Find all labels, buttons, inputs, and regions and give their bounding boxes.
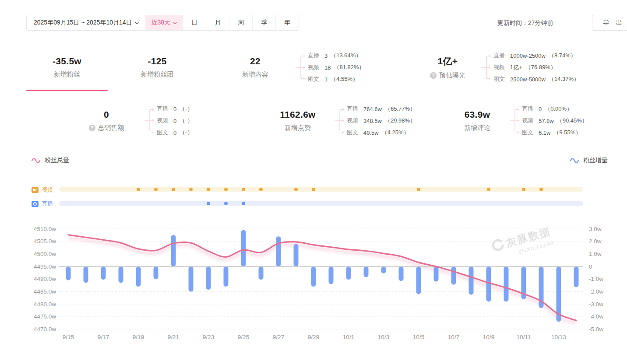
breakdown-connector bbox=[295, 52, 306, 83]
fans-delta-bar[interactable] bbox=[486, 266, 491, 301]
video-marker-dot[interactable] bbox=[224, 188, 228, 191]
x-axis-tick: 10/13 bbox=[551, 334, 566, 340]
fans-delta-bar[interactable] bbox=[224, 266, 229, 287]
stat-card-new-comments[interactable]: 63.9w 新增评论 直播0（0.00%） 视频57.8w（90.45%） 图文… bbox=[447, 101, 588, 141]
tab-month[interactable]: 月 bbox=[206, 15, 229, 30]
legend-fans-total[interactable]: 粉丝总量 bbox=[32, 157, 69, 164]
x-axis-tick: 9/27 bbox=[273, 334, 284, 340]
fans-delta-bar[interactable] bbox=[136, 266, 141, 287]
video-marker-dot[interactable] bbox=[259, 188, 263, 191]
fans-delta-bar[interactable] bbox=[276, 236, 281, 266]
live-marker-dot[interactable] bbox=[242, 202, 245, 205]
timeline-live-track[interactable] bbox=[59, 201, 583, 206]
breakdown-connector bbox=[144, 105, 155, 136]
stat-card-total-sales[interactable]: 0 ? 总销售额 直播0（-） 视频0（-） 图文0（-） bbox=[70, 101, 193, 141]
fans-delta-bar[interactable] bbox=[84, 266, 88, 283]
video-marker-dot[interactable] bbox=[137, 188, 140, 191]
fans-delta-bar[interactable] bbox=[469, 266, 474, 295]
video-marker-dot[interactable] bbox=[487, 188, 490, 191]
help-icon[interactable]: ? bbox=[89, 125, 95, 131]
fans-trend-chart[interactable]: 灰豚数据 ZNXtn7azAd 4510.0w3.0w4505.0w2.0w45… bbox=[0, 220, 627, 356]
fans-delta-bar[interactable] bbox=[189, 266, 194, 291]
fans-delta-bar[interactable] bbox=[311, 266, 316, 287]
video-marker-dot[interactable] bbox=[207, 188, 210, 191]
fans-delta-bar[interactable] bbox=[329, 266, 334, 284]
export-button[interactable]: 导 出 bbox=[592, 15, 627, 31]
right-axis-tick: -5.0w bbox=[589, 326, 603, 332]
x-axis-tick: 9/17 bbox=[98, 334, 109, 340]
stat-card-new-fans[interactable]: -35.5w 新增粉丝 bbox=[26, 44, 108, 91]
fans-delta-bar[interactable] bbox=[346, 266, 351, 280]
video-marker-dot[interactable] bbox=[417, 188, 420, 191]
x-axis-tick: 9/21 bbox=[168, 334, 179, 340]
video-marker-dot[interactable] bbox=[522, 188, 525, 191]
left-axis-tick: 4510.0w bbox=[34, 226, 56, 232]
x-axis-tick: 9/15 bbox=[63, 334, 74, 340]
breakdown-row: 视频0（-） bbox=[157, 117, 193, 125]
fans-delta-bar[interactable] bbox=[504, 266, 509, 301]
fans-delta-bar[interactable] bbox=[416, 266, 421, 294]
fans-delta-bar[interactable] bbox=[451, 266, 456, 285]
x-axis-tick: 9/19 bbox=[133, 334, 144, 340]
date-range-picker[interactable]: 2025年09月15日 ~ 2025年10月14日 bbox=[27, 15, 145, 30]
breakdown-row: 直播3（13.64%） bbox=[308, 52, 365, 60]
fans-delta-bar[interactable] bbox=[434, 266, 439, 281]
fans-delta-bar[interactable] bbox=[206, 266, 211, 290]
video-marker-dot[interactable] bbox=[242, 188, 245, 191]
fans-delta-bar[interactable] bbox=[119, 266, 123, 283]
chart-canvas[interactable]: 4510.0w3.0w4505.0w2.0w4500.0w1.0w4495.0w… bbox=[0, 220, 627, 356]
help-icon[interactable]: ? bbox=[430, 72, 437, 79]
wave-icon bbox=[570, 158, 580, 164]
stat-label: 总销售额 bbox=[98, 124, 124, 132]
x-axis-tick: 10/9 bbox=[483, 334, 494, 340]
tab-day[interactable]: 日 bbox=[183, 15, 206, 30]
date-range-text: 2025年09月15日 ~ 2025年10月14日 bbox=[34, 19, 132, 27]
legend-fans-delta[interactable]: 粉丝增量 bbox=[570, 157, 608, 164]
left-axis-tick: 4475.0w bbox=[34, 313, 56, 320]
video-marker-dot[interactable] bbox=[539, 188, 543, 191]
video-marker-dot[interactable] bbox=[294, 188, 298, 191]
fans-delta-bar[interactable] bbox=[574, 266, 579, 287]
video-marker-dot[interactable] bbox=[312, 188, 315, 191]
stat-card-estimated-exposure[interactable]: 1亿+ ? 预估曝光 直播1000w-2500w（8.74%） 视频1亿+（76… bbox=[416, 44, 579, 91]
left-axis-tick: 4505.0w bbox=[34, 238, 56, 245]
stat-value: -125 bbox=[148, 56, 166, 66]
fans-delta-bar[interactable] bbox=[259, 266, 264, 280]
tab-year[interactable]: 年 bbox=[275, 15, 299, 30]
fans-delta-bar[interactable] bbox=[101, 266, 106, 280]
stat-value: 0 bbox=[104, 109, 109, 120]
fans-delta-bar[interactable] bbox=[171, 235, 176, 266]
video-marker-dot[interactable] bbox=[172, 188, 175, 191]
quick-range-selector[interactable]: 近30天 bbox=[145, 15, 183, 30]
date-filter-group: 2025年09月15日 ~ 2025年10月14日 近30天 日 月 周 季 年 bbox=[26, 15, 299, 31]
stat-card-new-fanclub[interactable]: -125 新增粉丝团 bbox=[116, 44, 198, 91]
breakdown-row: 图文6.1w（9.55%） bbox=[522, 129, 588, 136]
fans-delta-bar[interactable] bbox=[399, 266, 404, 281]
breakdown-list: 直播0（-） 视频0（-） 图文0（-） bbox=[157, 105, 193, 136]
video-marker-dot[interactable] bbox=[154, 188, 158, 191]
legend-label: 粉丝总量 bbox=[45, 157, 69, 164]
live-marker-dot[interactable] bbox=[207, 202, 210, 205]
fans-delta-bar[interactable] bbox=[364, 266, 369, 277]
video-marker-dot[interactable] bbox=[189, 188, 193, 191]
x-axis-tick: 9/23 bbox=[203, 334, 214, 340]
tab-quarter[interactable]: 季 bbox=[252, 15, 275, 30]
tab-week[interactable]: 周 bbox=[229, 15, 252, 30]
right-axis-tick: -2.0w bbox=[589, 288, 603, 295]
fans-delta-bar[interactable] bbox=[241, 230, 246, 266]
left-axis-tick: 4500.0w bbox=[34, 251, 56, 257]
x-axis-tick: 9/25 bbox=[238, 334, 249, 340]
fans-delta-bar[interactable] bbox=[66, 266, 71, 280]
timeline-video-track[interactable] bbox=[59, 187, 583, 192]
timeline-live-label: 直播 bbox=[32, 200, 53, 208]
stat-card-new-content[interactable]: 22 新增内容 直播3（13.64%） 视频18（81.82%） 图文1（4.5… bbox=[217, 44, 365, 91]
fans-delta-bar[interactable] bbox=[154, 266, 159, 279]
breakdown-list: 直播764.6w（65.77%） 视频348.5w（29.98%） 图文49.5… bbox=[347, 105, 416, 136]
breakdown-list: 直播3（13.64%） 视频18（81.82%） 图文1（4.55%） bbox=[308, 52, 365, 83]
fans-delta-bar[interactable] bbox=[381, 266, 386, 273]
stat-card-new-likes[interactable]: 1162.6w 新增点赞 直播764.6w（65.77%） 视频348.5w（2… bbox=[263, 101, 416, 141]
x-axis-tick: 10/3 bbox=[378, 334, 389, 340]
breakdown-row: 视频348.5w（29.98%） bbox=[347, 117, 416, 125]
fans-delta-bar[interactable] bbox=[294, 244, 299, 266]
live-marker-dot[interactable] bbox=[224, 202, 228, 205]
